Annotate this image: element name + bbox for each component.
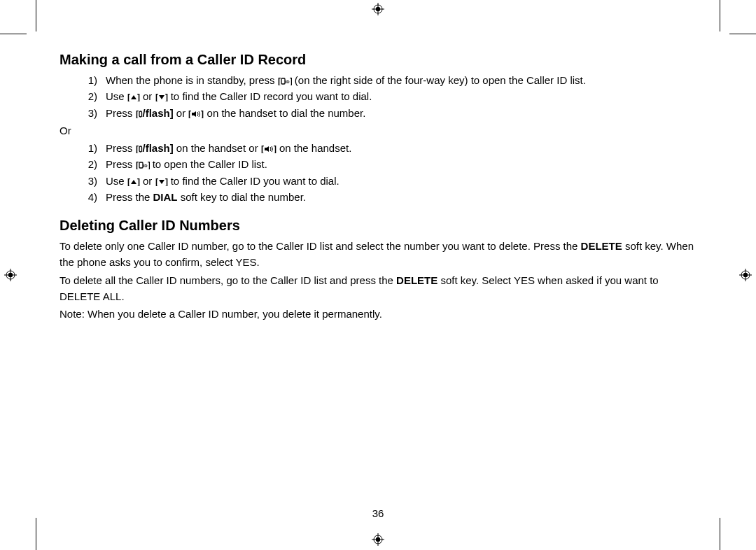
heading-deleting: Deleting Caller ID Numbers — [59, 218, 700, 234]
list-item: When the phone is in standby, press [ID]… — [102, 72, 700, 88]
cid-key-icon: [ID] — [278, 77, 292, 85]
page-number: 36 — [0, 507, 756, 519]
speaker-key-icon: [] — [188, 110, 204, 118]
list-item: Press [/flash] or [] on the handset to d… — [102, 105, 700, 121]
step-text: (on the right side of the four-way key) … — [292, 74, 586, 86]
talk-key-icon: [ — [136, 145, 143, 153]
svg-rect-33 — [139, 146, 142, 152]
svg-text:[: [ — [127, 178, 130, 186]
list-item: Use [] or [] to find the Caller ID you w… — [102, 173, 700, 189]
flash-key-label: [/flash] — [136, 142, 174, 154]
svg-text:[: [ — [188, 110, 191, 118]
step-text: to find the Caller ID record you want to… — [168, 90, 372, 102]
or-separator: Or — [59, 122, 700, 139]
svg-text:[: [ — [136, 145, 139, 153]
step-text: or — [174, 107, 189, 119]
dial-softkey-label: DIAL — [153, 191, 178, 203]
crop-mark — [720, 518, 720, 550]
svg-marker-43 — [131, 180, 136, 184]
step-text: soft key to dial the number. — [178, 191, 306, 203]
step-text: on the handset. — [276, 142, 352, 154]
step-text: Use — [106, 90, 127, 102]
registration-mark-icon — [372, 533, 384, 546]
step-text: or — [140, 175, 155, 187]
svg-text:[: [ — [278, 77, 281, 85]
step-text: Use — [106, 175, 127, 187]
registration-mark-icon — [372, 3, 384, 15]
svg-marker-46 — [159, 180, 164, 184]
registration-mark-icon — [739, 269, 752, 281]
svg-text:[: [ — [155, 93, 158, 101]
paragraph: To delete all the Caller ID numbers, go … — [59, 272, 700, 305]
paragraph: Note: When you delete a Caller ID number… — [59, 306, 700, 322]
crop-mark — [36, 518, 36, 550]
step-text: Press the — [106, 191, 153, 203]
svg-text:[: [ — [136, 110, 139, 118]
svg-marker-21 — [131, 95, 136, 99]
paragraph: To delete only one Caller ID number, go … — [59, 238, 700, 271]
step-text: Press — [106, 142, 136, 154]
para-text: To delete only one Caller ID number, go … — [59, 240, 581, 252]
svg-marker-30 — [194, 111, 196, 117]
step-text: or — [140, 90, 155, 102]
crop-mark — [0, 34, 27, 34]
svg-rect-39 — [139, 162, 143, 168]
svg-text:[: [ — [127, 93, 130, 101]
flash-key-label: [/flash] — [136, 107, 174, 119]
delete-softkey-label: DELETE — [581, 240, 622, 252]
cid-key-icon: [ID] — [136, 161, 150, 169]
svg-marker-36 — [267, 146, 269, 152]
svg-rect-17 — [281, 78, 285, 84]
crop-mark — [720, 0, 720, 31]
step-text: on the handset to dial the number. — [204, 107, 365, 119]
list-item: Press the DIAL soft key to dial the numb… — [102, 189, 700, 205]
list-item: Use [] or [] to find the Caller ID recor… — [102, 88, 700, 104]
talk-key-icon: [ — [136, 110, 143, 118]
step-text: on the handset or — [174, 142, 261, 154]
svg-rect-27 — [139, 111, 142, 117]
heading-making-call: Making a call from a Caller ID Record — [59, 52, 700, 68]
step-text: to open the Caller ID list. — [150, 158, 267, 170]
step-text: to find the Caller ID you want to dial. — [168, 175, 340, 187]
list-item: Press [ID] to open the Caller ID list. — [102, 156, 700, 172]
registration-mark-icon — [4, 269, 17, 281]
page-content: Making a call from a Caller ID Record Wh… — [59, 52, 700, 323]
svg-rect-35 — [265, 148, 267, 150]
down-key-icon: [] — [155, 178, 168, 186]
step-text: When the phone is in standby, press — [106, 74, 278, 86]
delete-softkey-label: DELETE — [396, 274, 438, 286]
crop-mark — [729, 34, 756, 34]
up-key-icon: [] — [127, 93, 140, 101]
steps-list-a: When the phone is in standby, press [ID]… — [59, 72, 700, 121]
steps-list-b: Press [/flash] on the handset or [] on t… — [59, 140, 700, 205]
step-text: Press — [106, 158, 136, 170]
up-key-icon: [] — [127, 178, 140, 186]
down-key-icon: [] — [155, 93, 168, 101]
list-item: Press [/flash] on the handset or [] on t… — [102, 140, 700, 156]
para-text: To delete all the Caller ID numbers, go … — [59, 274, 396, 286]
svg-text:[: [ — [136, 161, 139, 169]
section-deleting: Deleting Caller ID Numbers To delete onl… — [59, 218, 700, 322]
svg-rect-29 — [192, 113, 194, 115]
svg-text:[: [ — [155, 178, 158, 186]
step-text: Press — [106, 107, 136, 119]
speaker-key-icon: [] — [261, 145, 276, 153]
svg-marker-24 — [159, 95, 164, 99]
crop-mark — [36, 0, 36, 31]
svg-text:[: [ — [261, 145, 264, 153]
